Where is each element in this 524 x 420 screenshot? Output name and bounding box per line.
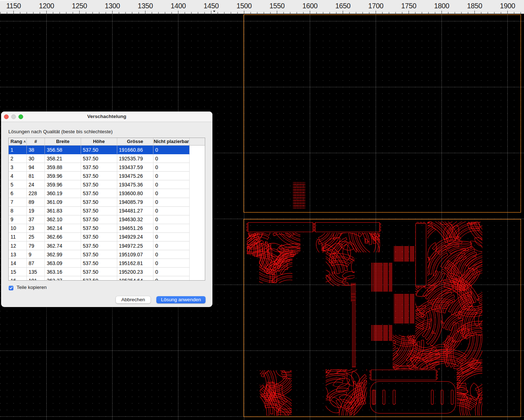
svg-text:1550: 1550	[270, 2, 285, 10]
svg-text:1750: 1750	[401, 2, 417, 10]
svg-text:1150: 1150	[6, 2, 21, 10]
svg-text:1400: 1400	[171, 2, 186, 10]
svg-text:1600: 1600	[303, 2, 318, 10]
svg-text:1300: 1300	[105, 2, 120, 10]
svg-text:1650: 1650	[335, 2, 351, 10]
svg-text:1500: 1500	[237, 2, 252, 10]
svg-text:1250: 1250	[72, 2, 87, 10]
svg-text:1800: 1800	[434, 2, 449, 10]
svg-text:1850: 1850	[467, 2, 482, 10]
svg-text:1900: 1900	[500, 2, 515, 10]
svg-text:1350: 1350	[138, 2, 153, 10]
svg-text:1200: 1200	[39, 2, 54, 10]
svg-text:1700: 1700	[368, 2, 384, 10]
svg-text:1450: 1450	[204, 2, 219, 10]
